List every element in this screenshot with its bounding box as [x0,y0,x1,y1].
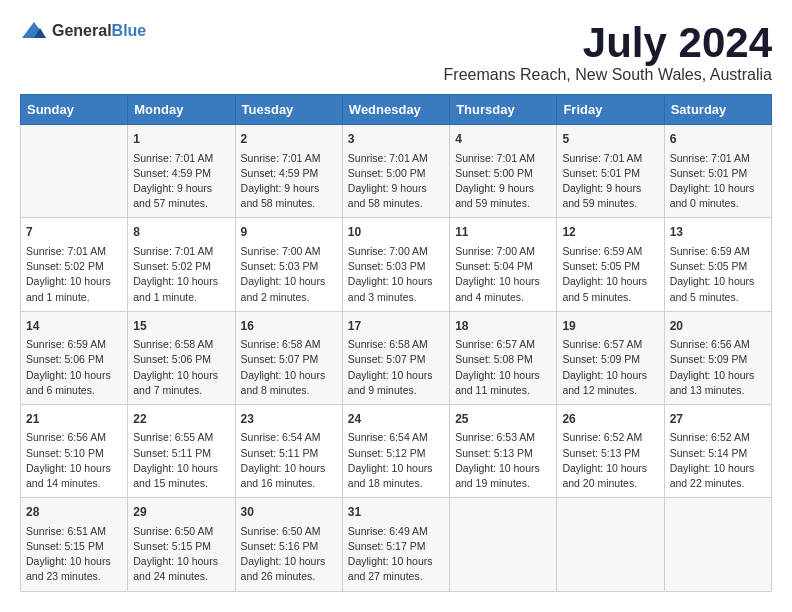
logo-general: General [52,22,112,39]
cell-text-line: Daylight: 10 hours [670,274,766,289]
day-number: 30 [241,504,337,521]
cell-text-line: Sunrise: 7:01 AM [133,151,229,166]
calendar-cell [21,125,128,218]
day-number: 6 [670,131,766,148]
calendar-cell: 28Sunrise: 6:51 AMSunset: 5:15 PMDayligh… [21,498,128,591]
day-number: 5 [562,131,658,148]
calendar-cell: 6Sunrise: 7:01 AMSunset: 5:01 PMDaylight… [664,125,771,218]
calendar-cell: 2Sunrise: 7:01 AMSunset: 4:59 PMDaylight… [235,125,342,218]
calendar-cell: 31Sunrise: 6:49 AMSunset: 5:17 PMDayligh… [342,498,449,591]
cell-text-line: Sunset: 4:59 PM [241,166,337,181]
cell-text-line: Sunset: 5:09 PM [562,352,658,367]
cell-text-line: and 20 minutes. [562,476,658,491]
calendar-header-row: SundayMondayTuesdayWednesdayThursdayFrid… [21,95,772,125]
day-number: 10 [348,224,444,241]
cell-text-line: Sunrise: 6:56 AM [26,430,122,445]
cell-text-line: Sunrise: 6:49 AM [348,524,444,539]
cell-text-line: Sunrise: 6:54 AM [241,430,337,445]
calendar-cell [664,498,771,591]
day-number: 23 [241,411,337,428]
cell-text-line: Sunset: 5:04 PM [455,259,551,274]
cell-text-line: Sunset: 5:01 PM [562,166,658,181]
cell-text-line: Sunrise: 6:59 AM [26,337,122,352]
day-number: 28 [26,504,122,521]
cell-text-line: Daylight: 10 hours [670,461,766,476]
calendar-cell: 10Sunrise: 7:00 AMSunset: 5:03 PMDayligh… [342,218,449,311]
cell-text-line: Sunrise: 6:50 AM [241,524,337,539]
calendar-cell: 17Sunrise: 6:58 AMSunset: 5:07 PMDayligh… [342,311,449,404]
calendar-cell: 7Sunrise: 7:01 AMSunset: 5:02 PMDaylight… [21,218,128,311]
calendar-cell: 25Sunrise: 6:53 AMSunset: 5:13 PMDayligh… [450,404,557,497]
cell-text-line: Sunset: 5:11 PM [241,446,337,461]
cell-text-line: Sunset: 5:01 PM [670,166,766,181]
cell-text-line: Daylight: 10 hours [26,554,122,569]
cell-text-line: and 13 minutes. [670,383,766,398]
cell-text-line: Sunrise: 6:51 AM [26,524,122,539]
calendar-cell: 20Sunrise: 6:56 AMSunset: 5:09 PMDayligh… [664,311,771,404]
calendar-cell: 15Sunrise: 6:58 AMSunset: 5:06 PMDayligh… [128,311,235,404]
day-number: 4 [455,131,551,148]
cell-text-line: Daylight: 10 hours [670,181,766,196]
calendar-cell: 13Sunrise: 6:59 AMSunset: 5:05 PMDayligh… [664,218,771,311]
cell-text-line: Sunset: 5:14 PM [670,446,766,461]
header-monday: Monday [128,95,235,125]
cell-text-line: and 4 minutes. [455,290,551,305]
week-row-4: 21Sunrise: 6:56 AMSunset: 5:10 PMDayligh… [21,404,772,497]
calendar-cell: 18Sunrise: 6:57 AMSunset: 5:08 PMDayligh… [450,311,557,404]
cell-text-line: Sunrise: 7:01 AM [562,151,658,166]
subtitle: Freemans Reach, New South Wales, Austral… [444,66,772,84]
cell-text-line: Sunrise: 7:01 AM [670,151,766,166]
cell-text-line: Sunset: 5:11 PM [133,446,229,461]
cell-text-line: and 59 minutes. [455,196,551,211]
cell-text-line: Daylight: 10 hours [133,274,229,289]
calendar-cell: 30Sunrise: 6:50 AMSunset: 5:16 PMDayligh… [235,498,342,591]
title-section: July 2024 Freemans Reach, New South Wale… [444,20,772,84]
cell-text-line: Sunset: 5:17 PM [348,539,444,554]
cell-text-line: Daylight: 10 hours [348,554,444,569]
cell-text-line: Sunset: 5:05 PM [670,259,766,274]
cell-text-line: and 57 minutes. [133,196,229,211]
cell-text-line: Sunset: 5:13 PM [455,446,551,461]
day-number: 29 [133,504,229,521]
cell-text-line: and 6 minutes. [26,383,122,398]
cell-text-line: Sunset: 5:02 PM [133,259,229,274]
cell-text-line: Sunrise: 7:01 AM [241,151,337,166]
cell-text-line: Sunrise: 6:55 AM [133,430,229,445]
header-friday: Friday [557,95,664,125]
cell-text-line: Daylight: 10 hours [348,368,444,383]
cell-text-line: and 9 minutes. [348,383,444,398]
main-title: July 2024 [444,20,772,66]
day-number: 24 [348,411,444,428]
calendar-cell: 8Sunrise: 7:01 AMSunset: 5:02 PMDaylight… [128,218,235,311]
cell-text-line: Sunset: 5:15 PM [26,539,122,554]
day-number: 9 [241,224,337,241]
cell-text-line: Sunset: 5:02 PM [26,259,122,274]
cell-text-line: Daylight: 10 hours [241,461,337,476]
calendar-table: SundayMondayTuesdayWednesdayThursdayFrid… [20,94,772,591]
header-wednesday: Wednesday [342,95,449,125]
cell-text-line: and 7 minutes. [133,383,229,398]
week-row-2: 7Sunrise: 7:01 AMSunset: 5:02 PMDaylight… [21,218,772,311]
cell-text-line: Sunrise: 6:57 AM [455,337,551,352]
cell-text-line: and 1 minute. [26,290,122,305]
cell-text-line: and 16 minutes. [241,476,337,491]
cell-text-line: and 24 minutes. [133,569,229,584]
cell-text-line: Daylight: 9 hours [133,181,229,196]
cell-text-line: Daylight: 10 hours [348,461,444,476]
cell-text-line: Daylight: 9 hours [348,181,444,196]
cell-text-line: Sunrise: 7:01 AM [348,151,444,166]
logo-blue: Blue [112,22,147,39]
day-number: 7 [26,224,122,241]
calendar-cell [450,498,557,591]
cell-text-line: and 15 minutes. [133,476,229,491]
logo: GeneralBlue [20,20,146,42]
cell-text-line: Sunrise: 7:00 AM [348,244,444,259]
day-number: 25 [455,411,551,428]
calendar-cell: 11Sunrise: 7:00 AMSunset: 5:04 PMDayligh… [450,218,557,311]
cell-text-line: Daylight: 10 hours [455,368,551,383]
cell-text-line: Sunrise: 7:00 AM [455,244,551,259]
cell-text-line: Daylight: 10 hours [26,461,122,476]
cell-text-line: and 23 minutes. [26,569,122,584]
day-number: 16 [241,318,337,335]
cell-text-line: Daylight: 10 hours [133,554,229,569]
